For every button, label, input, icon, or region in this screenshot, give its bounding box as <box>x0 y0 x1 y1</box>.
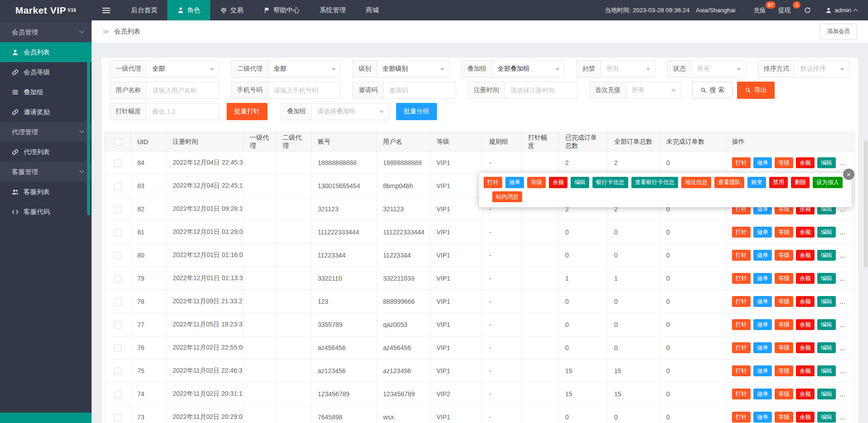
row-action-button[interactable]: 编辑 <box>817 227 836 238</box>
topnav-item[interactable]: 后台首页 <box>121 0 167 20</box>
row-action-button[interactable]: 打针 <box>732 412 751 423</box>
popup-action-button[interactable]: 等级 <box>527 177 546 188</box>
row-checkbox[interactable] <box>114 345 121 352</box>
sidebar-group[interactable]: 代理管理 <box>0 122 92 142</box>
popup-action-button[interactable]: 银行卡信息 <box>592 177 628 188</box>
row-action-button[interactable]: 打针 <box>732 227 751 238</box>
row-checkbox[interactable] <box>114 391 121 398</box>
topnav-item[interactable]: 角色 <box>167 0 210 20</box>
filter-input[interactable] <box>147 82 219 99</box>
add-member-button[interactable]: 添加会员 <box>820 24 857 39</box>
recharge-button[interactable]: 充值 87 <box>747 0 772 20</box>
row-action-button[interactable]: 打针 <box>732 250 751 261</box>
row-action-button[interactable]: 等级 <box>775 296 793 307</box>
row-action-button[interactable]: 等级 <box>775 250 793 261</box>
row-action-button[interactable]: 打针 <box>732 389 751 400</box>
filter-select[interactable]: 全部 <box>268 60 341 78</box>
row-action-button[interactable]: 编辑 <box>817 273 836 284</box>
filter-select[interactable]: 所有 <box>601 60 655 78</box>
row-action-button[interactable]: 编辑 <box>817 157 836 169</box>
row-action-button[interactable]: 做单 <box>753 319 772 331</box>
filter-select[interactable]: 全部 <box>147 60 219 78</box>
search-button[interactable]: 搜 索 <box>692 82 732 99</box>
row-action-button[interactable]: 做单 <box>753 412 772 423</box>
sidebar-item[interactable]: 客服列表 <box>0 182 92 202</box>
row-action-button[interactable]: 编辑 <box>817 319 836 331</box>
filter-input[interactable] <box>383 82 456 99</box>
row-more-button[interactable]: … <box>839 344 846 351</box>
withdraw-button[interactable]: 提现 0 <box>772 0 797 20</box>
row-action-button[interactable]: 打针 <box>732 365 751 377</box>
popup-action-button[interactable]: 地址信息 <box>681 177 711 188</box>
row-action-button[interactable]: 余额 <box>796 319 815 331</box>
batch-group-button[interactable]: 批量分组 <box>396 103 437 120</box>
page-scrollbar[interactable] <box>863 20 868 423</box>
row-more-button[interactable]: … <box>839 390 846 398</box>
filter-select[interactable]: 全部叠加组 <box>492 60 565 78</box>
row-action-button[interactable]: 做单 <box>753 389 772 400</box>
row-action-button[interactable]: 余额 <box>796 296 815 307</box>
sidebar-item[interactable]: 会员等级 <box>0 62 92 82</box>
filter-select[interactable]: 默认排序 <box>795 60 849 78</box>
sidebar-item[interactable]: 代理列表 <box>0 142 92 162</box>
popup-action-button[interactable]: 余额 <box>549 177 567 188</box>
row-action-button[interactable]: 做单 <box>753 342 772 354</box>
scrollbar-thumb[interactable] <box>864 141 868 267</box>
popup-action-button[interactable]: 站内消息 <box>492 191 522 203</box>
row-checkbox[interactable] <box>114 368 121 375</box>
popup-action-button[interactable]: 删除 <box>791 177 810 188</box>
row-action-button[interactable]: 余额 <box>796 365 815 377</box>
row-action-button[interactable]: 余额 <box>796 157 815 169</box>
row-action-button[interactable]: 余额 <box>796 389 815 400</box>
sidebar-group[interactable]: 客服管理 <box>0 162 92 182</box>
row-more-button[interactable]: … <box>839 298 846 305</box>
row-more-button[interactable]: … <box>839 229 846 236</box>
close-icon[interactable]: × <box>843 169 854 180</box>
sidebar-item[interactable]: 客服代码 <box>0 202 92 222</box>
row-action-button[interactable]: 编辑 <box>817 250 836 261</box>
first-recharge-select[interactable]: 所有 <box>626 82 681 99</box>
row-action-button[interactable]: 余额 <box>796 250 815 261</box>
row-more-button[interactable]: … <box>839 252 846 259</box>
row-action-button[interactable]: 编辑 <box>817 365 836 377</box>
row-checkbox[interactable] <box>114 206 121 213</box>
row-checkbox[interactable] <box>114 321 121 329</box>
sidebar-scrollbar[interactable] <box>87 45 90 215</box>
popup-action-button[interactable]: 账变 <box>747 177 766 188</box>
row-action-button[interactable]: 做单 <box>753 227 772 238</box>
topnav-item[interactable]: 系统管理 <box>310 0 356 20</box>
popup-action-button[interactable]: 打针 <box>484 177 502 188</box>
row-checkbox[interactable] <box>114 252 121 259</box>
row-action-button[interactable]: 等级 <box>775 319 793 331</box>
row-checkbox[interactable] <box>114 414 121 421</box>
admin-menu[interactable]: admin <box>818 7 861 14</box>
refresh-icon[interactable] <box>797 7 818 14</box>
select-all-checkbox[interactable] <box>114 138 121 146</box>
row-action-button[interactable]: 等级 <box>775 342 793 354</box>
sidebar-group[interactable]: 会员管理 <box>0 22 92 42</box>
row-action-button[interactable]: 做单 <box>753 250 772 261</box>
row-action-button[interactable]: 等级 <box>775 157 793 169</box>
row-action-button[interactable]: 余额 <box>796 412 815 423</box>
filter-select[interactable]: 全部级别 <box>377 60 450 78</box>
filter-input[interactable] <box>505 82 577 99</box>
export-button[interactable]: 导出 <box>737 82 775 99</box>
row-action-button[interactable]: 余额 <box>796 227 815 238</box>
row-action-button[interactable]: 做单 <box>753 365 772 377</box>
row-action-button[interactable]: 等级 <box>775 227 793 238</box>
popup-action-button[interactable]: 查看团队 <box>714 177 744 188</box>
topnav-item[interactable]: 商城 <box>356 0 389 20</box>
popup-action-button[interactable]: 禁用 <box>769 177 788 188</box>
row-checkbox[interactable] <box>114 298 121 306</box>
topnav-item[interactable]: 交易 <box>210 0 253 20</box>
row-action-button[interactable]: 等级 <box>775 389 793 400</box>
row-checkbox[interactable] <box>114 229 121 236</box>
popup-action-button[interactable]: 查看银行卡信息 <box>631 177 679 188</box>
row-checkbox[interactable] <box>114 160 121 167</box>
row-action-button[interactable]: 做单 <box>753 157 772 169</box>
row-more-button[interactable]: … <box>839 159 846 166</box>
row-action-button[interactable]: 做单 <box>753 273 772 284</box>
row-action-button[interactable]: 打针 <box>732 273 751 284</box>
row-checkbox[interactable] <box>114 275 121 282</box>
row-action-button[interactable]: 打针 <box>732 342 751 354</box>
